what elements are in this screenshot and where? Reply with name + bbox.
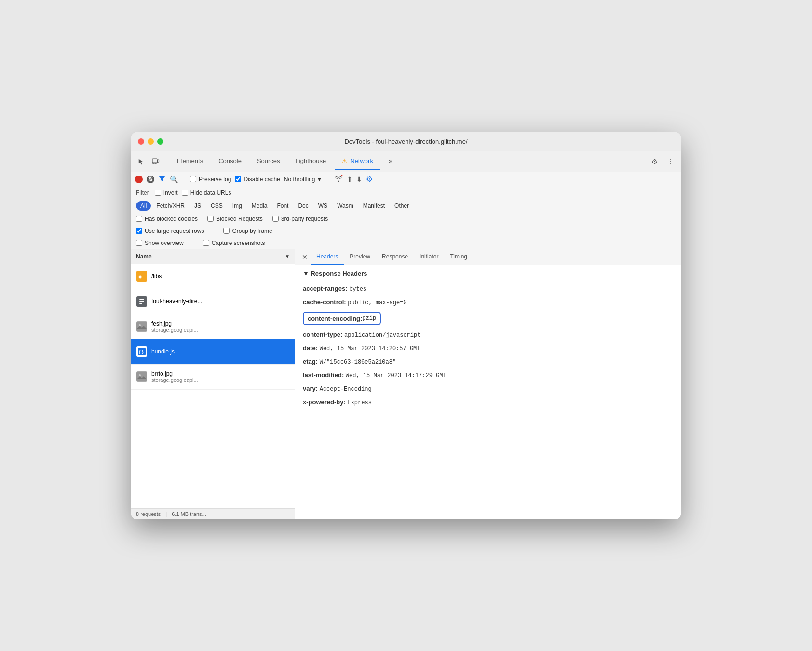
cursor-icon[interactable] xyxy=(135,155,148,168)
traffic-lights xyxy=(138,138,163,145)
preserve-log-checkbox[interactable]: Preserve log xyxy=(190,176,231,183)
svg-rect-19 xyxy=(136,372,147,381)
list-item[interactable]: foul-heavenly-dire... xyxy=(131,289,295,314)
download-icon[interactable]: ⬇ xyxy=(356,176,362,183)
upload-icon[interactable]: ⬆ xyxy=(347,176,352,183)
panel-tab-timing[interactable]: Timing xyxy=(444,249,473,265)
filter-pill-fetchxhr[interactable]: Fetch/XHR xyxy=(152,201,189,211)
window-title: DevTools - foul-heavenly-direction.glitc… xyxy=(344,138,467,145)
svg-line-6 xyxy=(149,177,152,181)
titlebar: DevTools - foul-heavenly-direction.glitc… xyxy=(131,132,681,151)
filter-pill-manifest[interactable]: Manifest xyxy=(359,201,389,211)
blocked-requests-checkbox[interactable]: Blocked Requests xyxy=(207,216,263,222)
third-party-checkbox[interactable]: 3rd-party requests xyxy=(272,216,328,222)
headers-panel: ✕ Headers Preview Response Initiator Tim… xyxy=(295,249,681,519)
filter-pill-doc[interactable]: Doc xyxy=(294,201,312,211)
filter-pill-wasm[interactable]: Wasm xyxy=(333,201,358,211)
show-overview-checkbox[interactable]: Show overview xyxy=(136,240,184,246)
invert-checkbox[interactable] xyxy=(155,190,161,196)
svg-rect-0 xyxy=(152,159,157,163)
capture-screenshots-input[interactable] xyxy=(203,240,209,246)
tab-lighthouse[interactable]: Lighthouse xyxy=(289,153,333,169)
settings-gear-icon[interactable]: ⚙ xyxy=(366,175,373,184)
maximize-button[interactable] xyxy=(157,138,163,145)
sort-arrow: ▼ xyxy=(285,254,290,259)
header-row-etag: etag: W/"15cc63-186e5a210a8" xyxy=(303,355,673,368)
devtools-window: DevTools - foul-heavenly-direction.glitc… xyxy=(131,132,681,519)
filter-pill-css[interactable]: CSS xyxy=(206,201,227,211)
no-throttling-select[interactable]: No throttling ▼ xyxy=(284,176,323,183)
filter-pill-other[interactable]: Other xyxy=(390,201,413,211)
filter-pill-all[interactable]: All xyxy=(136,201,151,211)
content-encoding-highlight: content-encoding: gzip xyxy=(303,312,381,326)
has-blocked-cookies-input[interactable] xyxy=(136,216,142,222)
tab-more[interactable]: » xyxy=(382,153,399,169)
toolbar-divider-4 xyxy=(328,175,328,184)
group-by-frame-input[interactable] xyxy=(223,228,230,234)
filter-pill-ws[interactable]: WS xyxy=(314,201,332,211)
header-row-cache-control: cache-control: public, max-age=0 xyxy=(303,296,673,309)
search-icon[interactable]: 🔍 xyxy=(170,176,178,183)
group-by-frame-checkbox[interactable]: Group by frame xyxy=(223,228,272,234)
dropdown-arrow: ▼ xyxy=(316,176,322,183)
panel-tab-response[interactable]: Response xyxy=(376,249,414,265)
filter-icon[interactable] xyxy=(158,175,166,184)
item-icon-bundle: { } xyxy=(136,346,148,357)
network-list: Name ▼ ◆ /libs xyxy=(131,249,295,519)
svg-point-16 xyxy=(139,324,141,326)
minimize-button[interactable] xyxy=(148,138,154,145)
item-icon-js: ◆ xyxy=(136,271,148,282)
filter-pill-js[interactable]: JS xyxy=(190,201,205,211)
panel-tab-headers[interactable]: Headers xyxy=(311,249,344,265)
panel-tab-initiator[interactable]: Initiator xyxy=(414,249,444,265)
filter-pill-font[interactable]: Font xyxy=(272,201,293,211)
block-button[interactable] xyxy=(147,176,154,183)
more-options-icon[interactable]: ⋮ xyxy=(664,155,677,168)
header-row-date: date: Wed, 15 Mar 2023 14:20:57 GMT xyxy=(303,341,673,355)
capture-screenshots-checkbox[interactable]: Capture screenshots xyxy=(203,240,265,246)
warning-icon: ⚠ xyxy=(341,157,348,165)
svg-text:◆: ◆ xyxy=(138,274,142,279)
invert-checkbox-group[interactable]: Invert xyxy=(155,190,178,196)
svg-rect-1 xyxy=(158,160,159,163)
tab-console[interactable]: Console xyxy=(212,153,248,169)
device-icon[interactable] xyxy=(149,155,162,168)
svg-rect-14 xyxy=(139,303,142,304)
use-large-rows-checkbox[interactable]: Use large request rows xyxy=(136,228,204,234)
header-row-content-encoding: content-encoding: gzip xyxy=(303,309,673,328)
filter-types-bar: All Fetch/XHR JS CSS Img Media Font Doc … xyxy=(131,199,681,213)
settings-icon[interactable]: ⚙ xyxy=(648,155,661,168)
tab-elements[interactable]: Elements xyxy=(170,153,210,169)
disable-cache-input[interactable] xyxy=(235,176,241,182)
panel-content: ▼ Response Headers accept-ranges: bytes … xyxy=(295,265,681,519)
panel-tab-preview[interactable]: Preview xyxy=(344,249,376,265)
list-item[interactable]: ◆ /libs xyxy=(131,264,295,289)
hide-data-urls-checkbox-group[interactable]: Hide data URLs xyxy=(182,190,231,196)
devtools-top-toolbar: Elements Console Sources Lighthouse ⚠ Ne… xyxy=(131,151,681,172)
blocked-requests-input[interactable] xyxy=(207,216,214,222)
list-header: Name ▼ xyxy=(131,249,295,264)
filter-label: Filter xyxy=(136,190,149,196)
hide-data-urls-checkbox[interactable] xyxy=(182,190,188,196)
wifi-settings-icon[interactable] xyxy=(334,175,343,184)
record-button[interactable] xyxy=(135,176,143,183)
list-item-selected[interactable]: { } bundle.js xyxy=(131,339,295,365)
tab-sources[interactable]: Sources xyxy=(250,153,287,169)
list-item[interactable]: fesh.jpg storage.googleapi... xyxy=(131,314,295,339)
use-large-rows-input[interactable] xyxy=(136,228,142,234)
filter-bar: Filter Invert Hide data URLs xyxy=(131,187,681,199)
status-bar: 8 requests | 6.1 MB trans... xyxy=(131,508,295,519)
has-blocked-cookies-checkbox[interactable]: Has blocked cookies xyxy=(136,216,198,222)
preserve-log-input[interactable] xyxy=(190,176,196,182)
panel-close-button[interactable]: ✕ xyxy=(299,249,311,265)
filter-pill-img[interactable]: Img xyxy=(228,201,246,211)
list-item[interactable]: brrto.jpg storage.googleapi... xyxy=(131,365,295,390)
disable-cache-checkbox[interactable]: Disable cache xyxy=(235,176,280,183)
show-overview-input[interactable] xyxy=(136,240,142,246)
item-icon-img xyxy=(136,321,148,332)
tab-network[interactable]: ⚠ Network xyxy=(335,153,380,170)
svg-point-20 xyxy=(139,374,141,376)
close-button[interactable] xyxy=(138,138,144,145)
third-party-input[interactable] xyxy=(272,216,279,222)
filter-pill-media[interactable]: Media xyxy=(247,201,272,211)
